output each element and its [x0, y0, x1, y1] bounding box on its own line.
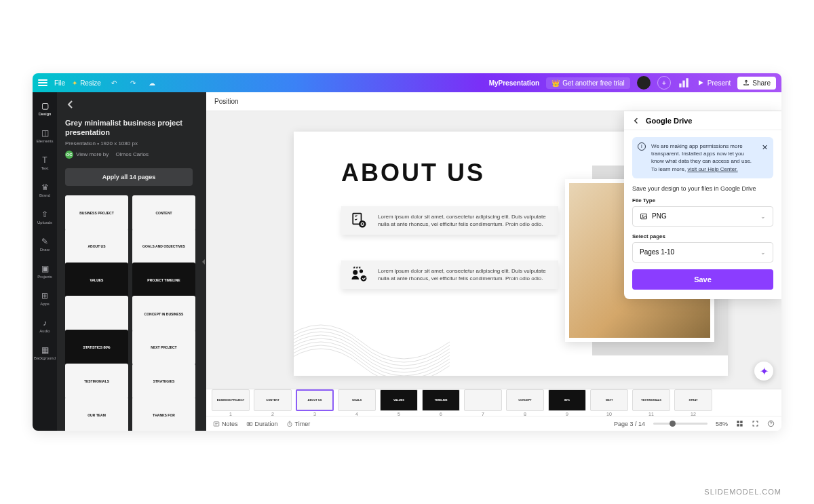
cloud-sync-icon[interactable]: ☁ [146, 77, 158, 89]
info-icon: i [638, 142, 646, 151]
apply-all-button[interactable]: Apply all 14 pages [65, 168, 193, 186]
zoom-value: 58% [716, 421, 728, 427]
template-thumbnail[interactable]: NEXT PROJECT [132, 330, 195, 365]
templates-panel: Grey minimalist business project present… [57, 92, 201, 431]
page-thumbnail[interactable]: 7 [464, 389, 502, 416]
pages-label: Select pages [632, 233, 773, 239]
page-thumbnail[interactable]: NEXT10 [590, 389, 628, 416]
page-thumbnail[interactable]: 80%9 [548, 389, 586, 416]
rail-item-apps[interactable]: ⊞Apps [33, 285, 57, 312]
wave-decoration [294, 301, 450, 376]
template-thumbnail[interactable]: STATISTICS 80% [65, 330, 128, 365]
template-thumbnail[interactable]: GOALS AND OBJECTIVES [132, 229, 195, 264]
template-thumbnail[interactable]: ABOUT US [65, 229, 128, 264]
save-button[interactable]: Save [632, 269, 773, 290]
user-avatar[interactable] [637, 76, 651, 90]
template-author[interactable]: OC View more by Olmos Carlos [65, 151, 193, 159]
content-box-1[interactable]: Lorem ipsum dolor sit amet, consectetur … [341, 206, 558, 235]
image-icon [640, 212, 648, 220]
menu-icon[interactable] [38, 79, 47, 86]
top-menu-bar: File ✦Resize ↶ ↷ ☁ MyPresentation 👑Get a… [33, 73, 781, 92]
file-menu[interactable]: File [54, 79, 65, 87]
template-title: Grey minimalist business project present… [65, 118, 193, 138]
page-thumbnail[interactable]: BUSINESS PROJECT1 [212, 389, 250, 416]
magic-button[interactable]: ✦ [754, 362, 773, 381]
popover-description: Save your design to your files in Google… [624, 185, 781, 192]
trial-button[interactable]: 👑Get another free trial [546, 77, 630, 89]
svg-rect-14 [737, 421, 739, 423]
page-thumbnail[interactable]: TESTIMONIALS11 [632, 389, 670, 416]
svg-rect-17 [740, 424, 742, 426]
add-member-button[interactable]: + [657, 76, 671, 90]
svg-rect-11 [214, 421, 219, 425]
svg-rect-1 [682, 81, 684, 88]
template-thumbnail[interactable]: TESTIMONIALS [65, 364, 128, 399]
document-title[interactable]: MyPresentation [489, 79, 539, 87]
zoom-slider[interactable] [653, 423, 708, 425]
template-thumbnail[interactable]: THANKS FOR [132, 397, 195, 431]
grid-view-icon[interactable] [736, 420, 743, 427]
rail-item-text[interactable]: TText [33, 149, 57, 176]
notes-button[interactable]: Notes [213, 421, 238, 427]
present-button[interactable]: Present [697, 79, 731, 87]
redo-icon[interactable]: ↷ [127, 77, 139, 89]
permissions-notice: i ✕ We are making app permissions more t… [632, 137, 773, 178]
duration-button[interactable]: Duration [246, 421, 278, 427]
context-toolbar: Position [206, 92, 781, 111]
content-box-2[interactable]: ★★★ Lorem ipsum dolor sit amet, consecte… [341, 260, 558, 289]
author-badge: OC [65, 151, 73, 159]
filetype-select[interactable]: PNG ⌄ [632, 206, 773, 227]
popover-back-icon[interactable] [632, 117, 640, 125]
page-thumbnail[interactable]: GOALS4 [338, 389, 376, 416]
rail-item-audio[interactable]: ♪Audio [33, 312, 57, 339]
help-center-link[interactable]: visit our Help Center. [687, 166, 737, 172]
template-thumbnail[interactable]: STRATEGIES [132, 364, 195, 399]
back-icon[interactable] [65, 99, 76, 110]
slide-heading[interactable]: ABOUT US [341, 159, 485, 187]
page-filmstrip: BUSINESS PROJECT1CONTENT2ABOUT US3GOALS4… [206, 389, 781, 416]
crown-icon: ✦ [72, 79, 77, 87]
rail-item-elements[interactable]: ◫Elements [33, 122, 57, 149]
page-thumbnail[interactable]: STRAT12 [674, 389, 712, 416]
template-subtitle: Presentation • 1920 x 1080 px [65, 140, 193, 147]
share-button[interactable]: Share [737, 77, 776, 90]
page-thumbnail[interactable]: ABOUT US3 [296, 389, 334, 416]
fullscreen-icon[interactable] [752, 420, 759, 427]
analytics-icon[interactable] [678, 77, 690, 89]
watermark: SLIDEMODEL.COM [704, 488, 781, 496]
template-thumbnail[interactable]: VALUES [65, 263, 128, 298]
template-thumbnail[interactable]: OUR TEAM [65, 397, 128, 431]
chevron-down-icon: ⌄ [760, 213, 766, 220]
crown-icon: 👑 [551, 79, 560, 87]
template-thumbnail[interactable]: CONTENT [132, 195, 195, 231]
page-thumbnail[interactable]: CONTENT2 [254, 389, 292, 416]
svg-rect-0 [679, 83, 681, 88]
collapse-panel-button[interactable] [201, 92, 206, 431]
svg-point-20 [642, 215, 644, 216]
svg-point-9 [361, 275, 367, 282]
pages-select[interactable]: Pages 1-10 ⌄ [632, 242, 773, 263]
resize-button[interactable]: ✦Resize [72, 79, 101, 87]
page-thumbnail[interactable]: VALUES5 [380, 389, 418, 416]
page-indicator: Page 3 / 14 [614, 421, 645, 427]
tool-rail: ▢Design◫ElementsTText♛Brand⇧Uploads✎Draw… [33, 92, 57, 431]
rail-item-background[interactable]: ▦Background [33, 339, 57, 366]
page-thumbnail[interactable]: CONCEPT8 [506, 389, 544, 416]
template-thumbnail[interactable]: PROJECT TIMELINE [132, 263, 195, 298]
popover-title: Google Drive [646, 117, 692, 125]
rail-item-uploads[interactable]: ⇧Uploads [33, 203, 57, 231]
undo-icon[interactable]: ↶ [108, 77, 120, 89]
template-thumbnail[interactable]: BUSINESS PROJECT [65, 195, 128, 231]
timer-button[interactable]: Timer [286, 421, 311, 427]
rail-item-draw[interactable]: ✎Draw [33, 231, 57, 258]
template-thumbnail[interactable]: CONCEPT IN BUSINESS [132, 296, 195, 331]
rail-item-brand[interactable]: ♛Brand [33, 176, 57, 203]
position-button[interactable]: Position [214, 98, 239, 105]
svg-text:★★★: ★★★ [353, 265, 362, 269]
rail-item-design[interactable]: ▢Design [33, 95, 57, 122]
page-thumbnail[interactable]: TIMELINE6 [422, 389, 460, 416]
help-icon[interactable] [767, 420, 775, 427]
template-thumbnail[interactable] [65, 296, 128, 331]
rail-item-projects[interactable]: ▣Projects [33, 258, 57, 285]
close-icon[interactable]: ✕ [762, 142, 768, 153]
